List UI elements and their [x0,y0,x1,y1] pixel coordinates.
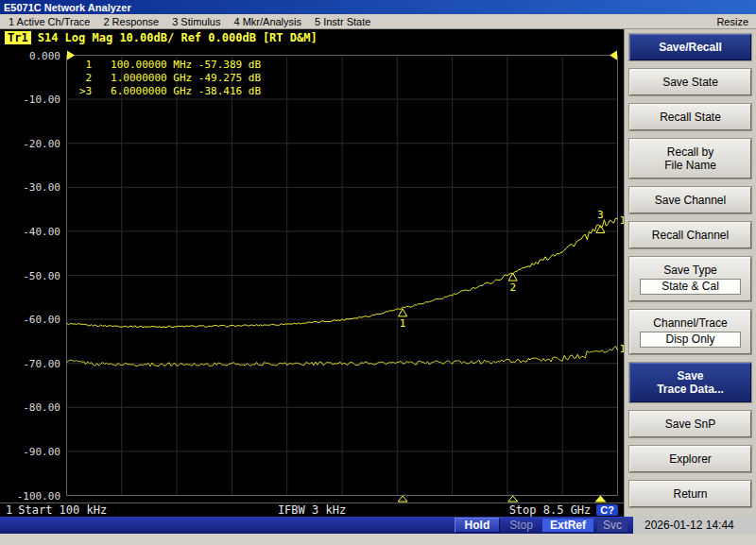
svg-text:-40.00: -40.00 [23,226,60,238]
svg-text:-70.00: -70.00 [23,358,60,370]
traces: 11 [67,214,625,366]
datetime-display: 2026-01-12 14:44 [633,517,756,534]
marker-3-number: 3 [597,209,604,221]
softkey-value: State & Cal [640,279,741,295]
softkey-label: Channel/Trace [632,316,748,330]
softkey-label: Save [632,369,748,383]
cal-status-badge: C? [596,504,618,516]
softkey-recall-state[interactable]: Recall State [629,104,751,130]
graph-area: Tr1 S14 Log Mag 10.00dB/ Ref 0.000dB [RT… [0,29,624,517]
softkey-channel-trace[interactable]: Channel/TraceDisp Only [629,310,751,354]
ref-level-indicator-right [610,51,617,60]
softkey-label: Return [632,487,748,501]
softkey-label: Save Type [632,264,748,277]
softkey-save-type[interactable]: Save TypeState & Cal [629,257,751,301]
softkey-return[interactable]: Return [629,481,751,507]
svg-text:-90.00: -90.00 [23,446,60,458]
softkey-label: Recall by [632,145,748,159]
service-indicator: Svc [597,519,627,532]
marker-1-stimulus-indicator[interactable] [398,496,407,502]
ifbw-label: IFBW 3 kHz [278,503,346,517]
grid [67,56,618,496]
svg-text:-30.00: -30.00 [23,181,60,194]
softkey-value: Disp Only [640,332,741,348]
softkey-explorer[interactable]: Explorer [629,446,751,472]
trigger-hold-indicator: Hold [455,518,501,533]
softkey-label: File Name [632,159,748,172]
softkey-label: Explorer [632,452,748,466]
menu-bar: 1 Active Ch/Trace2 Response3 Stimulus4 M… [0,14,756,29]
ref-level-indicator-left [67,51,75,60]
svg-text:-100.00: -100.00 [17,490,60,502]
marker-1-number: 1 [400,317,406,330]
window-bottom-edge [0,534,756,545]
softkey-label: Save/Recall [632,41,748,54]
trace-end-label: 1 [620,214,625,227]
softkey-panel: Save/RecallSave StateRecall StateRecall … [624,29,756,517]
softkey-recall-channel[interactable]: Recall Channel [629,222,751,248]
softkey-save-snp[interactable]: Save SnP [629,411,751,437]
svg-text:0.000: 0.000 [29,50,60,62]
trace-end-label: 1 [620,343,625,355]
menu-item-response[interactable]: 2 Response [96,16,165,27]
marker-readout-row: >3 6.0000000 GHz -38.416 dB [79,85,261,98]
main-content: Tr1 S14 Log Mag 10.00dB/ Ref 0.000dB [RT… [0,29,756,517]
marker-3-stimulus-indicator[interactable] [594,496,606,502]
stop-frequency-label: Stop 8.5 GHz [509,503,592,517]
plot-area[interactable]: 0.000-10.00-20.00-30.00-40.00-50.00-60.0… [0,29,624,502]
softkey-menu-title-save-recall: Save/Recall [629,34,751,60]
start-frequency-label: Start 100 kHz [18,503,107,517]
softkey-save-trace-data[interactable]: SaveTrace Data... [629,363,751,402]
graph-footer: 1 Start 100 kHz IFBW 3 kHz Stop 8.5 GHz … [0,502,624,517]
marker-readout-row: 2 1.0000000 GHz -49.275 dB [79,72,261,85]
marker-1-triangle[interactable] [399,309,407,316]
menu-item-mkr-analysis[interactable]: 4 Mkr/Analysis [227,16,308,27]
softkey-label: Save State [632,76,748,89]
app-window: E5071C Network Analyzer 1 Active Ch/Trac… [0,0,756,545]
y-axis-labels: 0.000-10.00-20.00-30.00-40.00-50.00-60.0… [17,50,60,502]
external-reference-indicator: ExtRef [542,519,593,532]
menu-item-active-ch-trace[interactable]: 1 Active Ch/Trace [2,16,96,27]
softkey-label: Recall Channel [632,229,748,242]
marker-table: 1 100.00000 MHz -57.389 dB 2 1.0000000 G… [79,59,261,98]
channel-number: 1 [6,503,12,517]
softkey-label: Recall State [632,111,748,124]
window-title: E5071C Network Analyzer [4,2,131,13]
softkey-label: Trace Data... [632,383,748,396]
marker-2-stimulus-indicator[interactable] [508,496,518,502]
svg-text:-10.00: -10.00 [23,94,60,106]
softkey-label: Save Channel [632,194,748,207]
resize-button[interactable]: Resize [709,16,756,27]
svg-text:-80.00: -80.00 [23,401,60,414]
svg-text:-50.00: -50.00 [23,270,60,282]
softkey-save-channel[interactable]: Save Channel [629,187,751,213]
marker-readout-row: 1 100.00000 MHz -57.389 dB [79,59,261,72]
menu-item-stimulus[interactable]: 3 Stimulus [165,16,227,27]
softkey-label: Save SnP [632,417,748,431]
svg-text:-20.00: -20.00 [23,138,60,150]
stimulus-start: 1 Start 100 kHz [6,503,107,517]
svg-text:-60.00: -60.00 [23,314,60,326]
stop-indicator: Stop [502,519,541,532]
status-bar: Hold Stop ExtRef Svc 2026-01-12 14:44 [0,517,756,534]
title-bar: E5071C Network Analyzer [0,0,756,14]
softkey-recall-by-file-name[interactable]: Recall byFile Name [629,139,751,179]
menu-item-instr-state[interactable]: 5 Instr State [308,16,377,27]
marker-2-number: 2 [509,281,516,294]
markers: 123 [398,209,606,502]
softkey-save-state[interactable]: Save State [629,69,751,95]
